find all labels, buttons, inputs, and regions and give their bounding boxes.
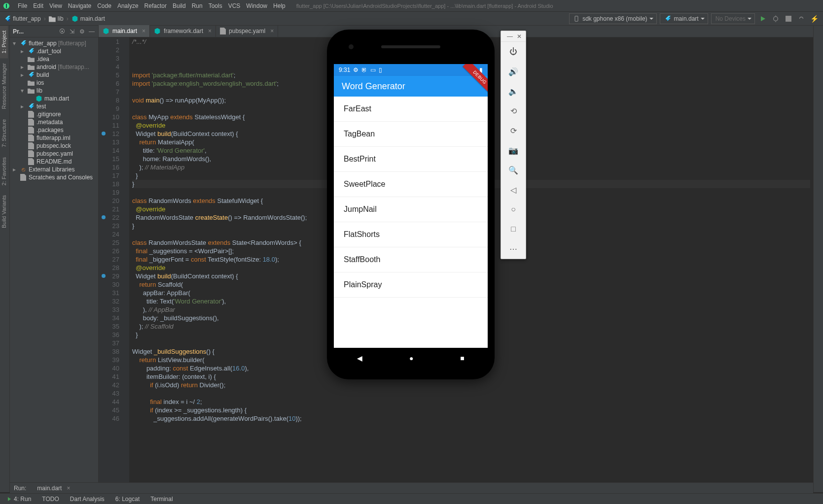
tree-twisty[interactable]: ▸ [21, 71, 26, 78]
gutter-line[interactable]: 13 [103, 138, 119, 146]
gutter-line[interactable]: 24 [103, 230, 119, 238]
gutter-line[interactable]: 11 [103, 121, 119, 130]
gutter-line[interactable]: 18 [103, 180, 119, 188]
tree-node[interactable]: .metadata [10, 118, 98, 126]
minimize-icon[interactable]: — [88, 28, 95, 35]
menu-navigate[interactable]: Navigate [65, 1, 94, 10]
phone-screen[interactable]: 9:31 ⚙ ⛨ ▭ ▯ 📶 ▮ DEBUG Word Generator Fa… [334, 64, 488, 348]
editor-gutter[interactable]: 1234567891011121314151617181920212223242… [99, 37, 123, 482]
list-item[interactable]: TagBean [334, 122, 488, 147]
devices-dropdown[interactable]: No Devices [711, 13, 755, 24]
nav-recent-icon[interactable]: ■ [460, 354, 464, 362]
gutter-line[interactable]: 44 [103, 398, 119, 406]
back-icon[interactable] [501, 180, 526, 200]
bottom-tool-button[interactable]: TODO [38, 496, 63, 503]
close-icon[interactable]: × [67, 485, 70, 492]
code-line[interactable]: _suggestions.addAll(generateWordPairs().… [132, 414, 810, 423]
gutter-line[interactable]: 27 [103, 255, 119, 264]
tree-twisty[interactable]: ▸ [21, 103, 26, 110]
code-line[interactable] [132, 389, 810, 398]
gutter-line[interactable]: 12 [103, 130, 119, 138]
gutter-line[interactable]: 1 [103, 37, 119, 46]
tree-node[interactable]: flutterapp.iml [10, 134, 98, 142]
nav-back-icon[interactable]: ◀ [357, 354, 362, 362]
tool-window-button[interactable]: 7: Structure [0, 114, 8, 152]
tree-node[interactable]: README.md [10, 158, 98, 166]
expand-all-icon[interactable]: ⇲ [69, 28, 75, 35]
breadcrumb-folder[interactable]: lib [49, 15, 64, 22]
gutter-line[interactable]: 8 [103, 96, 119, 104]
menu-code[interactable]: Code [94, 1, 114, 10]
tree-node[interactable]: .gitignore [10, 110, 98, 118]
gutter-line[interactable]: 30 [103, 280, 119, 289]
editor-tab[interactable]: main.dart× [99, 25, 150, 37]
tree-node[interactable]: ▸build [10, 71, 98, 79]
menu-tools[interactable]: Tools [206, 1, 225, 10]
gutter-line[interactable]: 43 [103, 389, 119, 398]
overview-icon[interactable] [501, 219, 526, 239]
tree-node[interactable]: ▸android [flutterapp... [10, 63, 98, 71]
close-icon[interactable]: ✕ [517, 33, 522, 40]
menu-run[interactable]: Run [189, 1, 206, 10]
tool-window-button[interactable]: Resource Manager [0, 58, 8, 114]
list-item[interactable]: PlainSpray [334, 272, 488, 298]
close-icon[interactable]: × [142, 28, 145, 34]
gutter-line[interactable]: 41 [103, 372, 119, 381]
menu-view[interactable]: View [46, 1, 65, 10]
menu-refactor[interactable]: Refactor [142, 1, 170, 10]
bottom-tool-button[interactable]: 4: Run [4, 496, 35, 503]
gutter-line[interactable]: 36 [103, 331, 119, 339]
gutter-line[interactable]: 20 [103, 197, 119, 205]
list-item[interactable]: SweetPlace [334, 172, 488, 197]
menu-edit[interactable]: Edit [30, 1, 46, 10]
gutter-line[interactable]: 22 [103, 213, 119, 222]
rotate-right-icon[interactable] [501, 121, 526, 140]
gutter-line[interactable]: 23 [103, 222, 119, 230]
tree-node[interactable]: ▾lib [10, 87, 98, 95]
home-icon[interactable] [501, 200, 526, 219]
run-tab[interactable]: main.dart × [32, 483, 75, 494]
gutter-line[interactable]: 29 [103, 272, 119, 280]
fold-gutter[interactable] [123, 37, 129, 482]
gutter-line[interactable]: 21 [103, 205, 119, 213]
bottom-tool-button[interactable]: Dart Analysis [66, 496, 108, 503]
tree-twisty[interactable]: ▸ [21, 48, 26, 55]
tool-window-button[interactable]: 2: Favorites [0, 152, 8, 190]
minimize-icon[interactable]: — [507, 33, 513, 40]
hot-reload-button[interactable]: ⚡ [809, 14, 819, 24]
zoom-icon[interactable] [501, 160, 526, 180]
tree-node[interactable]: ios [10, 79, 98, 87]
gutter-line[interactable]: 14 [103, 146, 119, 155]
tree-node[interactable]: pubspec.lock [10, 142, 98, 150]
volume-up-icon[interactable] [501, 62, 526, 81]
close-icon[interactable]: × [208, 28, 212, 34]
menu-analyze[interactable]: Analyze [114, 1, 142, 10]
tree-node[interactable]: ▸⎋External Libraries [10, 166, 98, 173]
gutter-line[interactable]: 37 [103, 339, 119, 347]
breadcrumb-project[interactable]: flutter_app [4, 15, 41, 22]
code-line[interactable]: if (index >= _suggestions.length) { [132, 406, 810, 414]
gutter-line[interactable]: 26 [103, 247, 119, 255]
tree-node[interactable]: .idea [10, 55, 98, 63]
tree-node[interactable]: ▸test [10, 102, 98, 110]
gutter-line[interactable]: 31 [103, 289, 119, 297]
word-list[interactable]: FarEastTagBeanBestPrintSweetPlaceJumpNai… [334, 97, 488, 298]
more-icon[interactable] [501, 239, 526, 259]
tool-window-button[interactable]: 1: Project [0, 26, 8, 58]
rotate-left-icon[interactable] [501, 101, 526, 121]
debug-button[interactable] [771, 14, 781, 24]
gutter-line[interactable]: 45 [103, 406, 119, 414]
gutter-line[interactable]: 3 [103, 54, 119, 63]
screenshot-icon[interactable] [501, 140, 526, 160]
gutter-line[interactable]: 34 [103, 314, 119, 322]
tree-twisty[interactable]: ▾ [13, 40, 18, 47]
gutter-line[interactable]: 25 [103, 238, 119, 247]
gutter-line[interactable]: 17 [103, 171, 119, 180]
gutter-line[interactable]: 2 [103, 46, 119, 54]
list-item[interactable]: FarEast [334, 97, 488, 122]
tree-node[interactable]: Scratches and Consoles [10, 173, 98, 181]
run-config-selector[interactable]: main.dart [660, 13, 708, 24]
breakpoint-marker[interactable] [102, 215, 106, 219]
breadcrumb-file[interactable]: main.dart [72, 15, 105, 22]
gutter-line[interactable]: 39 [103, 356, 119, 364]
